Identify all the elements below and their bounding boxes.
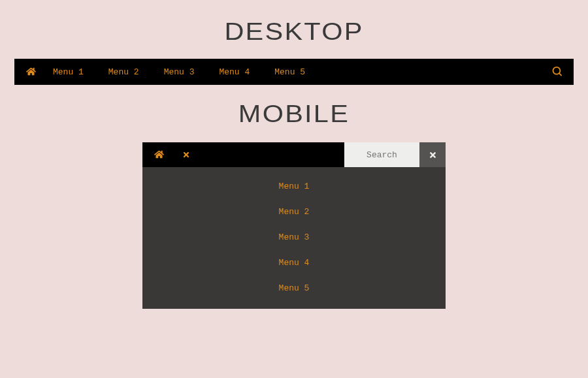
close-icon[interactable]	[173, 150, 199, 160]
home-icon[interactable]	[142, 150, 173, 161]
desktop-menu-item[interactable]: Menu 4	[219, 67, 250, 77]
mobile-topbar	[142, 142, 446, 167]
home-icon[interactable]	[26, 67, 36, 78]
search-input[interactable]	[344, 142, 419, 167]
mobile-menu-item[interactable]: Menu 1	[142, 174, 446, 199]
desktop-navbar: Menu 1 Menu 2 Menu 3 Menu 4 Menu 5	[14, 59, 574, 85]
mobile-navbar: Menu 1 Menu 2 Menu 3 Menu 4 Menu 5	[142, 142, 446, 309]
heading-mobile: MOBILE	[0, 85, 588, 142]
desktop-menu-item[interactable]: Menu 2	[108, 67, 139, 77]
mobile-menu-item[interactable]: Menu 3	[142, 225, 446, 250]
desktop-menu-item[interactable]: Menu 5	[274, 67, 305, 77]
desktop-menu-item[interactable]: Menu 1	[53, 67, 84, 77]
heading-desktop: DESKTOP	[0, 0, 588, 59]
mobile-menu-item[interactable]: Menu 2	[142, 199, 446, 225]
search-icon[interactable]	[552, 67, 562, 78]
desktop-menu-item[interactable]: Menu 3	[164, 67, 195, 77]
mobile-menu-list: Menu 1 Menu 2 Menu 3 Menu 4 Menu 5	[142, 167, 446, 309]
mobile-menu-item[interactable]: Menu 5	[142, 276, 446, 301]
mobile-menu-item[interactable]: Menu 4	[142, 250, 446, 276]
close-search-icon[interactable]	[419, 142, 446, 167]
